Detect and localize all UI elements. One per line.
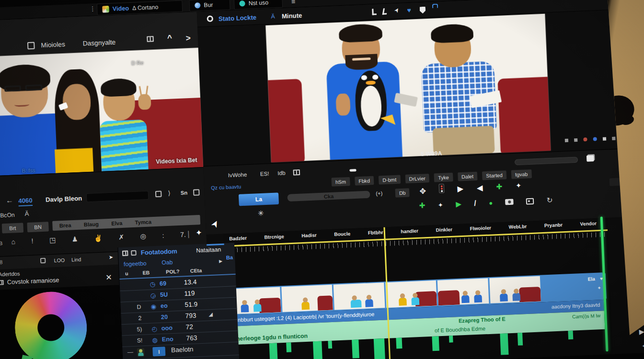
layout-grid-icon[interactable] [293, 169, 300, 176]
play-green-icon[interactable]: ▶ [456, 200, 461, 209]
inspector-title[interactable]: Footatodom [140, 247, 177, 256]
mini-icon-3[interactable] [603, 137, 606, 140]
mini-icon-4[interactable] [612, 136, 615, 140]
dalet-button[interactable]: Dalet [458, 172, 478, 181]
hue-ring[interactable] [13, 290, 88, 359]
media-tab-2[interactable]: Dasgnyalte [82, 38, 115, 47]
crop-icon[interactable]: ◳ [49, 236, 56, 244]
progress-bar[interactable] [515, 157, 578, 166]
row2-icon[interactable]: Ä [24, 210, 29, 218]
snapshot-icon[interactable] [526, 198, 534, 204]
hamburger-icon[interactable]: ≡ [291, 0, 296, 5]
grid-view-icon[interactable] [147, 36, 154, 42]
more-icon[interactable]: : [162, 232, 164, 239]
home-icon[interactable]: ⌂ [11, 238, 15, 246]
row-value[interactable]: 72 [185, 323, 193, 331]
row-value[interactable]: 763 [186, 334, 197, 342]
inspector-grid-icon[interactable] [122, 250, 128, 256]
shield-icon[interactable] [420, 7, 426, 14]
panel-icon-3[interactable] [193, 189, 200, 196]
play-button[interactable]: ▶ [457, 184, 463, 193]
hand-icon[interactable]: ✌ [94, 234, 103, 242]
panel-icon-1[interactable] [155, 191, 162, 197]
play-back-button[interactable]: ◀ [477, 183, 483, 193]
sn-button[interactable]: Sn [181, 190, 188, 196]
toolbar-item-2[interactable]: ES! [260, 171, 269, 177]
traffic-light-icon[interactable] [439, 184, 445, 193]
brt-button[interactable]: Brt [2, 223, 23, 233]
back-arrow-icon[interactable]: ← [5, 196, 13, 205]
cursor-tool-icon[interactable]: ➤ [392, 6, 401, 14]
ruler-corner-icon-1[interactable] [372, 9, 377, 15]
program-preview-image[interactable] [265, 14, 551, 162]
rail-spark-icon[interactable]: ✦ [642, 342, 644, 350]
inspector-sub2[interactable]: Oab [161, 259, 173, 266]
rail-play-icon[interactable]: ▶ [639, 327, 644, 336]
panel-icon-2[interactable]: ⟩ [168, 190, 171, 197]
hsm-button[interactable]: hSm [331, 177, 350, 187]
overflow-dots-icon[interactable]: ⋮ [90, 5, 96, 12]
toolbar-item-3[interactable]: Idb [277, 170, 286, 176]
started-button[interactable]: Started [482, 170, 506, 180]
person-icon[interactable]: ♟ [72, 235, 78, 243]
inspector-list-icon[interactable] [131, 250, 137, 256]
checkbox-icon[interactable] [27, 42, 35, 50]
media-tab-1[interactable]: Mioioles [41, 41, 65, 49]
dbmt-button[interactable]: D-bmt [379, 175, 401, 184]
tab-brea[interactable]: Brea [59, 222, 71, 228]
record-green-icon[interactable]: ● [489, 199, 493, 207]
row-value[interactable]: 793 [185, 312, 196, 319]
tgvab-button[interactable]: tgvab [511, 169, 532, 179]
tab-elva[interactable]: Elva [111, 220, 122, 226]
inspector-play-icon[interactable]: ▶ [219, 258, 222, 263]
add-clip-button[interactable]: ✚ [496, 182, 503, 191]
scrub-bar[interactable] [86, 191, 149, 202]
menu-item-bur[interactable]: Bur [189, 0, 230, 11]
delete-icon[interactable]: ✗ [118, 233, 125, 241]
chevron-right-icon[interactable]: > [185, 34, 191, 44]
spark-button[interactable]: ✦ [516, 181, 522, 190]
sequence-title[interactable]: Stato Lockte [218, 14, 257, 23]
target-icon[interactable]: ◎ [140, 232, 146, 240]
tyke-button[interactable]: Tyke [434, 173, 453, 182]
frame-counter[interactable]: 4060 [18, 197, 33, 206]
inspector-tab[interactable]: Nataitaan [196, 246, 221, 254]
mini-icon-1[interactable] [565, 138, 568, 142]
move-tool-icon[interactable]: ✥ [419, 187, 426, 196]
active-la-button[interactable]: La [239, 192, 279, 206]
heart-icon[interactable]: ♥ [407, 6, 411, 14]
display-icon[interactable] [40, 258, 46, 264]
source-preview-image[interactable]: D Re Videos Ixia Bet B: fss [0, 48, 203, 176]
toolbar-item-1[interactable]: IvWohe [228, 171, 247, 178]
pointer-tool-icon[interactable]: ✦ [196, 228, 202, 237]
mini-icon-blue[interactable] [593, 137, 597, 141]
mini-icon-red[interactable] [583, 137, 587, 141]
close-icon[interactable]: ✕ [105, 272, 112, 282]
razor-icon[interactable]: / [474, 199, 476, 208]
cka-slider[interactable]: Cka [287, 191, 370, 202]
flag-icon[interactable]: ➤ [109, 254, 114, 261]
mini-icon-2[interactable] [574, 138, 577, 141]
settings-gear-icon[interactable]: ✳ [258, 209, 264, 218]
fbkd-button[interactable]: Fbkd [355, 176, 374, 186]
camera-icon[interactable] [505, 199, 514, 205]
db-button[interactable]: Db [395, 188, 410, 198]
chevron-up-icon[interactable]: ^ [167, 33, 172, 43]
loo-label[interactable]: LOO [54, 257, 65, 263]
tab-tymca[interactable]: Tymca [135, 219, 151, 225]
papers-icon[interactable] [586, 155, 594, 162]
add-track-icon[interactable]: ✚ [419, 201, 426, 210]
ruler-corner-icon-2[interactable] [382, 8, 388, 15]
tab-blaug[interactable]: Blaug [84, 221, 99, 227]
alert-icon[interactable]: ! [31, 237, 34, 245]
bn-button[interactable]: BN [27, 222, 48, 232]
inspector-sub1[interactable]: fogeetbo [124, 260, 147, 268]
spark2-icon[interactable]: ✦ [438, 201, 444, 209]
drlvier-button[interactable]: DrLvier [405, 174, 429, 183]
lind-label[interactable]: Lind [71, 257, 81, 263]
row-value[interactable]: 51.9 [184, 301, 197, 308]
refresh-icon[interactable]: ↻ [546, 196, 553, 205]
row-value[interactable]: 13.4 [184, 278, 196, 286]
row-value[interactable]: 119 [184, 290, 195, 297]
default-i-button[interactable]: I [152, 347, 165, 356]
